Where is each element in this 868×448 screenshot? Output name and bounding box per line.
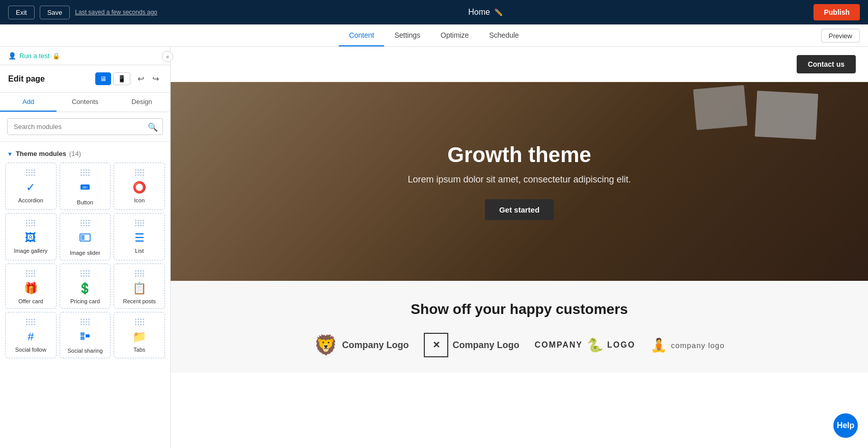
drag-dots-button [80, 169, 90, 176]
snake-icon: 🐍 [587, 337, 603, 353]
svg-rect-5 [80, 336, 85, 340]
module-image-slider[interactable]: Image slider [60, 213, 111, 260]
top-bar: Exit Save Last saved a few seconds ago H… [0, 0, 868, 24]
module-button[interactable]: btn Button [60, 163, 111, 210]
tab-optimize[interactable]: Optimize [430, 25, 479, 46]
tabs-label: Tabs [133, 347, 145, 353]
svg-rect-6 [86, 334, 90, 337]
follow-label: Social follow [15, 347, 46, 353]
edit-page-title: Edit page [8, 74, 45, 84]
company-logo-3: COMPANY 🐍 LOGO [534, 337, 635, 353]
icon-label: Icon [134, 197, 145, 203]
edit-page-header: Edit page 🖥 📱 ↩ ↪ [0, 65, 170, 93]
box-logo-icon: ✕ [424, 333, 448, 357]
module-social-follow[interactable]: # Social follow [5, 312, 57, 358]
mobile-view-button[interactable]: 📱 [113, 72, 130, 85]
module-icon[interactable]: ⭕ Icon [114, 163, 165, 210]
search-area: 🔍 [0, 112, 170, 142]
logo-1-text: Company Logo [342, 340, 409, 351]
modules-area: ▼ Theme modules (14) ✓ Accordion [0, 142, 170, 448]
undo-button[interactable]: ↩ [134, 73, 147, 85]
help-button[interactable]: Help [833, 413, 858, 438]
hero-section: Growth theme Lorem ipsum dolor sit amet,… [171, 82, 868, 281]
search-icon[interactable]: 🔍 [148, 122, 158, 131]
list-label: List [135, 248, 144, 254]
redo-button[interactable]: ↪ [149, 73, 162, 85]
publish-button[interactable]: Publish [813, 4, 860, 20]
section-title: Theme modules [16, 150, 66, 157]
tab-content[interactable]: Content [339, 25, 384, 46]
hero-content: Growth theme Lorem ipsum dolor sit amet,… [171, 82, 868, 281]
logo-4-text: company logo [671, 341, 724, 350]
company-logo-1: 🦁 Company Logo [314, 334, 409, 356]
follow-icon: # [28, 330, 34, 344]
tabs-icon: 📁 [132, 330, 146, 344]
logo-3-logo: LOGO [607, 340, 635, 350]
undo-redo: ↩ ↪ [134, 73, 162, 85]
sharing-icon [79, 330, 91, 345]
section-chevron-icon[interactable]: ▼ [7, 151, 13, 157]
modules-section-header: ▼ Theme modules (14) [5, 147, 165, 163]
contact-us-button[interactable]: Contact us [797, 55, 856, 73]
gallery-label: Image gallery [14, 248, 47, 254]
tab-add[interactable]: Add [0, 93, 57, 112]
save-button[interactable]: Save [40, 6, 70, 19]
preview-button[interactable]: Preview [821, 29, 860, 42]
customers-section: Show off your happy customers 🦁 Company … [171, 281, 868, 373]
logo-3-company: COMPANY [534, 340, 583, 350]
drag-dots-slider [80, 220, 90, 226]
main-content: Contact us Growth theme Lorem ipsum dolo… [171, 47, 868, 448]
list-icon: ☰ [134, 231, 145, 245]
drag-dots-posts [135, 270, 144, 277]
tab-design[interactable]: Design [114, 93, 170, 112]
svg-rect-3 [81, 235, 85, 240]
view-toggles: 🖥 📱 [95, 72, 130, 85]
button-label: Button [77, 199, 93, 205]
hero-title: Growth theme [447, 143, 591, 167]
modules-grid: ✓ Accordion btn [5, 163, 165, 358]
page-title-area: Home ✏️ [468, 8, 503, 17]
button-icon: btn [79, 181, 91, 196]
desktop-view-button[interactable]: 🖥 [95, 72, 111, 85]
run-test-bar[interactable]: 👤 Run a test 🔒 [0, 47, 170, 65]
edit-title-icon[interactable]: ✏️ [494, 8, 503, 16]
get-started-button[interactable]: Get started [485, 199, 554, 220]
search-input[interactable] [7, 118, 163, 135]
svg-text:btn: btn [83, 186, 88, 189]
module-list[interactable]: ☰ List [114, 213, 165, 260]
lion-icon: 🦁 [314, 334, 338, 356]
drag-dots-accordion [26, 169, 35, 176]
accordion-label: Accordion [18, 197, 43, 203]
search-wrap: 🔍 [7, 118, 163, 135]
accordion-icon: ✓ [26, 181, 35, 194]
last-saved-text: Last saved a few seconds ago [75, 9, 157, 16]
module-pricing-card[interactable]: 💲 Pricing card [60, 263, 111, 309]
tab-schedule[interactable]: Schedule [479, 25, 529, 46]
tab-settings[interactable]: Settings [384, 25, 430, 46]
logo-2-text: Company Logo [452, 340, 519, 351]
section-count: (14) [69, 150, 81, 157]
tab-contents[interactable]: Contents [57, 93, 113, 112]
gallery-icon: 🖼 [25, 231, 36, 245]
top-bar-left: Exit Save Last saved a few seconds ago [8, 6, 157, 19]
module-recent-posts[interactable]: 📋 Recent posts [114, 263, 165, 309]
exit-button[interactable]: Exit [8, 6, 35, 19]
page-title: Home [468, 8, 490, 17]
page-wrapper: Contact us Growth theme Lorem ipsum dolo… [171, 47, 868, 448]
drag-dots-list [135, 220, 144, 226]
main-layout: 👤 Run a test 🔒 Edit page 🖥 📱 ↩ ↪ Add Con… [0, 47, 868, 448]
module-image-gallery[interactable]: 🖼 Image gallery [5, 213, 57, 260]
module-accordion[interactable]: ✓ Accordion [5, 163, 57, 210]
company-logo-2: ✕ Company Logo [424, 333, 519, 357]
pricing-label: Pricing card [70, 298, 100, 304]
svg-rect-4 [80, 332, 85, 336]
drag-dots-sharing [80, 319, 90, 325]
posts-icon: 📋 [132, 282, 146, 295]
drag-dots-pricing [80, 270, 90, 277]
panel-collapse-button[interactable]: « [162, 51, 173, 62]
run-test-label: Run a test [19, 52, 49, 60]
module-offer-card[interactable]: 🎁 Offer card [5, 263, 57, 309]
pricing-icon: 💲 [78, 282, 92, 295]
module-tabs[interactable]: 📁 Tabs [114, 312, 165, 358]
module-social-sharing[interactable]: Social sharing [60, 312, 111, 358]
